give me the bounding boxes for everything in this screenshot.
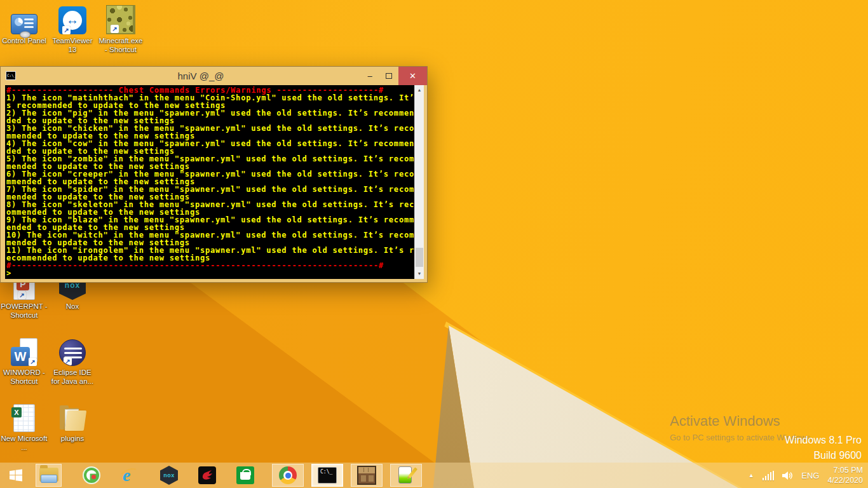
clock[interactable]: 7:05 PM 4/22/2020 [827,465,863,485]
scrollbar-thumb[interactable] [416,248,423,267]
command-prompt-icon: C:\_ [318,467,337,484]
maximize-button[interactable] [379,67,398,85]
shortcut-arrow-icon: ↗ [64,357,72,365]
scroll-down-arrow-icon[interactable]: ▼ [415,269,424,279]
taskbar-windows-store[interactable] [235,463,255,488]
volume-icon[interactable] [782,471,793,480]
desktop-icon-control-panel[interactable]: Control Panel [0,4,48,45]
window-title: hniV @_@ [41,67,360,85]
desktop-icon-winword[interactable]: W↗ WINWORD - Shortcut [0,336,48,386]
minecraft-sponge-icon: ↗ [97,4,145,34]
taskbar-internet-explorer[interactable]: e [119,463,140,488]
desktop-icon-new-microsoft[interactable]: X New Microsoft ... [0,402,48,452]
internet-explorer-icon: e [120,466,139,485]
desktop-icon-label: New Microsoft ... [0,434,48,452]
desktop-icon-label: POWERPNT - Shortcut [0,302,48,320]
activate-windows-watermark: Activate Windows Go to PC settings to ac… [670,413,813,442]
language-indicator[interactable]: ENG [801,471,819,480]
tray-time: 7:05 PM [827,465,863,475]
pie-chart-glyph [15,18,23,26]
desktop-icon-label: plugins [48,434,97,443]
minecraft-crafting-table-icon [357,466,376,485]
shortcut-arrow-icon: ↗ [62,26,71,34]
console-titlebar[interactable]: C:\_ hniV @_@ – ✕ [1,67,427,85]
system-tray: ▲ ENG 7:05 PM 4/22/2020 [749,463,863,488]
shortcut-arrow-icon: ↗ [111,25,119,33]
windows-logo-icon [8,468,24,483]
chrome-icon [279,466,297,484]
close-button[interactable]: ✕ [398,67,427,85]
console-line: > [6,269,414,277]
desktop-icon-plugins[interactable]: plugins [48,402,97,443]
taskbar-nox[interactable]: nox [159,463,179,488]
folder-icon [48,402,97,432]
scroll-up-arrow-icon[interactable]: ▲ [415,85,424,95]
console-line: #---------------------------------------… [6,262,414,269]
tray-date: 4/22/2020 [827,475,863,485]
mouse-glyph [20,31,31,38]
network-signal-icon[interactable] [763,471,775,480]
scrollbar[interactable]: ▲ ▼ [414,85,424,279]
windows-store-icon [236,466,254,484]
desktop-icon-label: Minecraft.exe - Shortcut [97,36,145,54]
desktop-icon-label: Eclipse IDE for Java an... [48,368,97,386]
notepad-plus-plus-icon [398,466,414,485]
desktop-icon-teamviewer[interactable]: ↔↗ TeamViewer 13 [48,4,97,54]
control-panel-icon [0,4,48,34]
taskbar-command-prompt[interactable]: C:\_ [311,464,343,487]
shortcut-arrow-icon: ↗ [18,291,26,299]
desktop-icon-minecraft[interactable]: ↗ Minecraft.exe - Shortcut [97,4,145,54]
show-hidden-icons-chevron-icon[interactable]: ▲ [749,472,754,478]
garena-icon [198,466,216,484]
excel-document-icon: X [0,402,48,432]
desktop-icon-label: TeamViewer 13 [48,36,97,54]
taskbar-garena[interactable] [197,463,217,488]
file-explorer-icon [39,468,58,483]
cmd-icon: C:\_ [6,71,16,80]
console-client-area: #-------------------- Chest Commands Err… [5,85,424,279]
word-icon: W↗ [0,336,48,366]
start-button[interactable] [0,463,32,488]
nox-player-icon: nox [160,466,178,485]
taskbar-file-explorer[interactable] [36,464,62,487]
taskbar: e nox C:\_ ▲ ENG [0,463,868,488]
taskbar-chrome[interactable] [272,464,304,487]
minimize-button[interactable]: – [360,67,379,85]
coccoc-browser-icon [83,466,100,484]
desktop-icon-eclipse[interactable]: ↗ Eclipse IDE for Java an... [48,336,97,386]
shortcut-arrow-icon: ↗ [50,292,58,300]
desktop-icon-label: Nox [48,302,97,311]
taskbar-crafting-table[interactable] [351,464,383,487]
shortcut-arrow-icon: ↗ [29,358,37,366]
taskbar-notepad-plus-plus[interactable] [390,464,422,487]
console-window[interactable]: C:\_ hniV @_@ – ✕ #-------------------- … [0,66,428,283]
console-output: #-------------------- Chest Commands Err… [5,85,414,279]
windows-version-text: Windows 8.1 Pro Build 9600 [785,435,862,465]
taskbar-coccoc[interactable] [81,463,102,488]
garena-dragon-glyph [201,469,214,482]
desktop-icon-label: WINWORD - Shortcut [0,368,48,386]
eclipse-icon: ↗ [48,336,97,366]
teamviewer-icon: ↔↗ [48,4,97,34]
